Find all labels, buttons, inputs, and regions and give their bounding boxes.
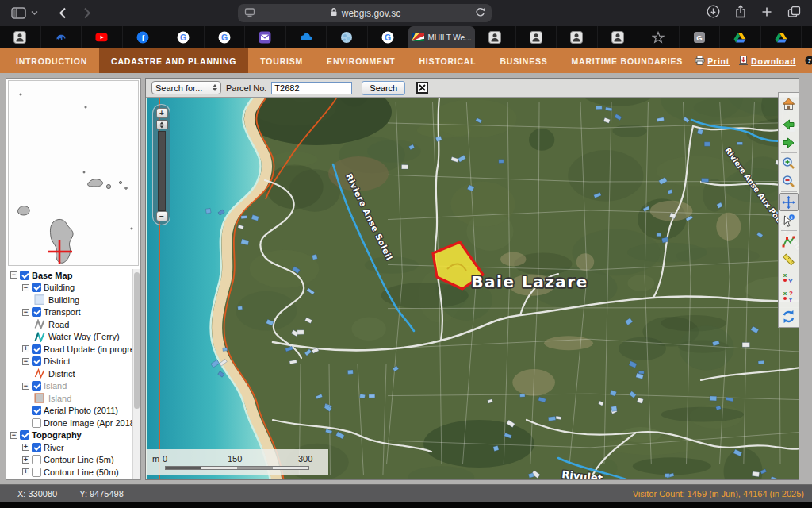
layer-contour-line-50m-[interactable]: +Contour Line (50m) bbox=[8, 466, 133, 479]
scrollbar-thumb[interactable] bbox=[134, 272, 140, 409]
layer-district[interactable]: −District bbox=[8, 356, 133, 368]
checkbox[interactable] bbox=[20, 271, 29, 280]
layer-road[interactable]: Road bbox=[8, 318, 133, 331]
checkbox[interactable] bbox=[32, 307, 41, 317]
overview-map[interactable] bbox=[8, 80, 139, 266]
checkbox[interactable] bbox=[32, 418, 41, 428]
print-link[interactable]: Print bbox=[695, 56, 730, 67]
expander-icon[interactable]: − bbox=[10, 432, 17, 439]
bookmark-youtube-favicon[interactable] bbox=[82, 26, 123, 48]
layer-island[interactable]: Island bbox=[8, 392, 133, 405]
sidebar-toggle-icon[interactable] bbox=[11, 7, 26, 19]
layer-drone-image-apr-2018-[interactable]: Drone Image (Apr 2018) bbox=[8, 417, 133, 429]
layer-district[interactable]: District bbox=[8, 368, 133, 380]
nav-tab-introduction[interactable]: INTRODUCTION bbox=[4, 48, 99, 73]
help-link[interactable]: ?Help bbox=[805, 56, 812, 67]
home-tool[interactable] bbox=[779, 94, 799, 113]
sidebar-scrollbar[interactable] bbox=[132, 269, 140, 479]
expander-icon[interactable]: − bbox=[22, 309, 29, 316]
chevron-down-icon[interactable] bbox=[31, 10, 38, 16]
search-button[interactable]: Search bbox=[362, 81, 405, 95]
layer-base-map[interactable]: −Base Map bbox=[8, 269, 133, 282]
checkbox[interactable] bbox=[32, 455, 41, 464]
checkbox[interactable] bbox=[32, 344, 41, 354]
page-settings-icon[interactable] bbox=[244, 6, 255, 21]
reload-icon[interactable] bbox=[475, 6, 485, 21]
layer-building[interactable]: −Building bbox=[8, 282, 133, 294]
back-button[interactable] bbox=[59, 7, 67, 19]
layer-water-way-ferry-[interactable]: Water Way (Ferry) bbox=[8, 331, 133, 344]
layer-contour-line-5m-[interactable]: +Contour Line (5m) bbox=[8, 454, 133, 467]
tab-overview-icon[interactable] bbox=[787, 6, 801, 21]
active-tab[interactable]: MHILT We... bbox=[408, 26, 475, 48]
nav-tab-tourism[interactable]: TOURISM bbox=[248, 48, 315, 73]
share-icon[interactable] bbox=[735, 5, 746, 21]
zoom-out-tool[interactable] bbox=[779, 172, 799, 190]
bookmark-google-favicon[interactable]: G bbox=[163, 26, 205, 48]
measure-distance-tool[interactable] bbox=[779, 250, 799, 268]
download-link[interactable]: Download bbox=[738, 56, 796, 67]
layer-building[interactable]: Building bbox=[8, 294, 133, 306]
expander-icon[interactable]: + bbox=[22, 468, 29, 475]
bookmark-google-favicon[interactable]: G bbox=[368, 26, 409, 48]
next-extent-tool[interactable] bbox=[779, 133, 799, 152]
forward-button[interactable] bbox=[83, 7, 91, 19]
zoom-in-tool[interactable] bbox=[779, 154, 799, 172]
zoom-slider-handle[interactable] bbox=[156, 120, 168, 129]
layer-transport[interactable]: −Transport bbox=[8, 306, 133, 319]
bookmark-mammoth-favicon[interactable] bbox=[41, 26, 82, 48]
downloads-icon[interactable] bbox=[707, 5, 720, 21]
bookmark-star-favicon[interactable] bbox=[638, 26, 680, 48]
checkbox[interactable] bbox=[32, 443, 41, 452]
bookmark-person-favicon[interactable] bbox=[516, 26, 557, 48]
layer-topography[interactable]: −Topography bbox=[8, 429, 133, 442]
zoom-slider-minus-button[interactable]: − bbox=[156, 211, 168, 221]
zoom-slider[interactable]: + − bbox=[152, 104, 170, 225]
bookmark-person-favicon[interactable] bbox=[0, 26, 41, 48]
bookmark-person-favicon[interactable] bbox=[557, 26, 598, 48]
layer-road-update-in-progress-[interactable]: +Road Update (in progress) bbox=[8, 343, 133, 356]
nav-tab-maritime-boundaries[interactable]: MARITIME BOUNDARIES bbox=[560, 48, 695, 73]
map-canvas[interactable]: Baie Lazare Riviere Anse Soleil Riviere … bbox=[146, 79, 799, 480]
identify-tool[interactable]: i bbox=[779, 211, 799, 229]
checkbox[interactable] bbox=[32, 356, 41, 366]
bookmark-person-favicon[interactable] bbox=[475, 26, 516, 48]
bookmark-gbox-favicon[interactable]: G bbox=[680, 26, 721, 48]
address-bar[interactable]: webgis.gov.sc bbox=[238, 4, 492, 22]
measure-polyline-tool[interactable] bbox=[779, 232, 799, 250]
layer-river[interactable]: +River bbox=[8, 441, 133, 454]
checkbox[interactable] bbox=[32, 468, 41, 477]
bookmark-mail-favicon[interactable] bbox=[245, 26, 286, 48]
expander-icon[interactable]: + bbox=[22, 345, 29, 352]
checkbox[interactable] bbox=[32, 381, 41, 391]
layer-island[interactable]: −Island bbox=[8, 380, 133, 393]
layer-aerial-photo-2011-[interactable]: Aerial Photo (2011) bbox=[8, 405, 133, 418]
refresh-map-tool[interactable] bbox=[779, 307, 799, 325]
zoom-slider-plus-button[interactable]: + bbox=[156, 108, 168, 118]
query-xy-tool[interactable]: x?Y bbox=[779, 287, 799, 305]
bookmark-drive-favicon[interactable] bbox=[761, 26, 802, 48]
bookmark-facebook-favicon[interactable]: f bbox=[123, 26, 164, 48]
bookmark-google-favicon[interactable]: G bbox=[205, 26, 246, 48]
new-tab-icon[interactable] bbox=[761, 6, 772, 21]
nav-tab-cadastre-and-planning[interactable]: CADASTRE AND PLANNING bbox=[99, 48, 248, 73]
close-search-icon[interactable] bbox=[416, 82, 428, 94]
bookmark-drive-favicon[interactable] bbox=[720, 26, 761, 48]
previous-extent-tool[interactable] bbox=[779, 115, 799, 133]
parcel-no-input[interactable] bbox=[271, 82, 352, 94]
checkbox[interactable] bbox=[32, 283, 41, 292]
nav-tab-business[interactable]: BUSINESS bbox=[488, 48, 559, 73]
expander-icon[interactable]: − bbox=[10, 271, 17, 279]
zoom-slider-track[interactable] bbox=[158, 131, 166, 211]
checkbox[interactable] bbox=[20, 430, 29, 440]
expander-icon[interactable]: − bbox=[22, 383, 29, 390]
expander-icon[interactable]: − bbox=[22, 358, 29, 365]
pan-tool[interactable] bbox=[779, 193, 799, 211]
search-type-select[interactable]: Search for... bbox=[151, 81, 221, 94]
goto-xy-tool[interactable]: xY bbox=[779, 268, 799, 287]
bookmark-cloud-favicon[interactable] bbox=[286, 26, 327, 48]
bookmark-person-favicon[interactable] bbox=[598, 26, 639, 48]
checkbox[interactable] bbox=[32, 406, 41, 415]
nav-tab-environment[interactable]: ENVIRONMENT bbox=[315, 48, 407, 73]
expander-icon[interactable]: + bbox=[22, 444, 29, 451]
